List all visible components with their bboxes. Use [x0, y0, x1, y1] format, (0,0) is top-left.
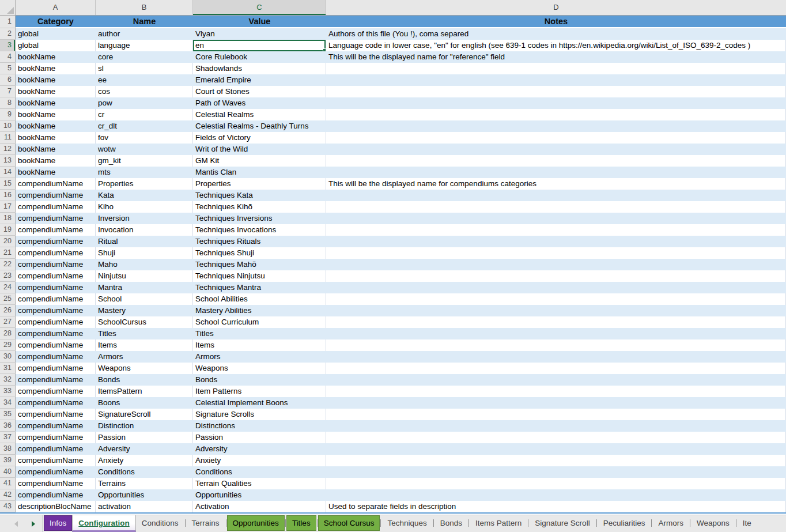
sheet-tab-bonds[interactable]: Bonds [434, 515, 468, 531]
cell-C7[interactable]: Court of Stones [193, 86, 326, 97]
row-header-41[interactable]: 41 [0, 478, 16, 489]
row-header-17[interactable]: 17 [0, 201, 16, 213]
cell-C2[interactable]: Vlyan [193, 28, 326, 40]
row-header-21[interactable]: 21 [0, 247, 16, 259]
row-header-24[interactable]: 24 [0, 282, 16, 293]
cell-A40[interactable]: compendiumName [16, 466, 96, 478]
row-header-34[interactable]: 34 [0, 397, 16, 409]
cell-B6[interactable]: ee [96, 74, 193, 86]
cell-C18[interactable]: Techniques Inversions [193, 213, 326, 224]
cell-C36[interactable]: Distinctions [193, 420, 326, 432]
cell-B2[interactable]: author [96, 28, 193, 40]
cell-C39[interactable]: Anxiety [193, 455, 326, 466]
cell-A21[interactable]: compendiumName [16, 247, 96, 259]
cell-C13[interactable]: GM Kit [193, 155, 326, 167]
cell-A35[interactable]: compendiumName [16, 409, 96, 420]
cell-B5[interactable]: sl [96, 63, 193, 74]
cell-A36[interactable]: compendiumName [16, 420, 96, 432]
cell-A10[interactable]: bookName [16, 120, 96, 132]
cell-D13[interactable] [326, 155, 786, 167]
cell-B37[interactable]: Passion [96, 432, 193, 443]
cell-D34[interactable] [326, 397, 786, 409]
cell-C21[interactable]: Techniques Shuji [193, 247, 326, 259]
cell-C16[interactable]: Techniques Kata [193, 190, 326, 201]
cell-B16[interactable]: Kata [96, 190, 193, 201]
cell-D24[interactable] [326, 282, 786, 293]
cell-D32[interactable] [326, 374, 786, 386]
cell-D36[interactable] [326, 420, 786, 432]
cell-B30[interactable]: Armors [96, 351, 193, 363]
cell-A12[interactable]: bookName [16, 144, 96, 155]
row-header-42[interactable]: 42 [0, 489, 16, 501]
cell-D2[interactable]: Authors of this file (You !), coma separ… [326, 28, 786, 40]
cell-B41[interactable]: Terrains [96, 478, 193, 489]
row-header-10[interactable]: 10 [0, 120, 16, 132]
row-header-9[interactable]: 9 [0, 109, 16, 120]
cell-D35[interactable] [326, 409, 786, 420]
row-header-1[interactable]: 1 [0, 16, 16, 28]
cell-B24[interactable]: Mantra [96, 282, 193, 293]
cell-A13[interactable]: bookName [16, 155, 96, 167]
cell-B10[interactable]: cr_dlt [96, 120, 193, 132]
scroll-tabs-right-button[interactable] [25, 515, 42, 532]
row-header-39[interactable]: 39 [0, 455, 16, 466]
cell-B15[interactable]: Properties [96, 178, 193, 190]
sheet-tab-titles[interactable]: Titles [286, 515, 316, 531]
cell-B31[interactable]: Weapons [96, 363, 193, 374]
cell-C8[interactable]: Path of Waves [193, 97, 326, 109]
cell-B42[interactable]: Opportunities [96, 489, 193, 501]
cell-B36[interactable]: Distinction [96, 420, 193, 432]
sheet-tab-terrains[interactable]: Terrains [186, 515, 225, 531]
row-header-3[interactable]: 3 [0, 40, 16, 51]
cell-D6[interactable] [326, 74, 786, 86]
row-header-35[interactable]: 35 [0, 409, 16, 420]
cell-B25[interactable]: School [96, 293, 193, 305]
row-header-11[interactable]: 11 [0, 132, 16, 144]
cell-A4[interactable]: bookName [16, 51, 96, 63]
cell-C35[interactable]: Signature Scrolls [193, 409, 326, 420]
cell-A20[interactable]: compendiumName [16, 236, 96, 247]
cell-D41[interactable] [326, 478, 786, 489]
cell-C34[interactable]: Celestial Implement Boons [193, 397, 326, 409]
column-header-A[interactable]: A [16, 0, 96, 15]
cell-A18[interactable]: compendiumName [16, 213, 96, 224]
cell-D18[interactable] [326, 213, 786, 224]
cell-A26[interactable]: compendiumName [16, 305, 96, 316]
row-header-20[interactable]: 20 [0, 236, 16, 247]
cell-C17[interactable]: Techniques Kihõ [193, 201, 326, 213]
cell-B20[interactable]: Ritual [96, 236, 193, 247]
scroll-tabs-left-button[interactable] [7, 515, 25, 532]
row-header-40[interactable]: 40 [0, 466, 16, 478]
cell-D4[interactable]: This will be the displayed name for "ref… [326, 51, 786, 63]
sheet-tab-school-cursus[interactable]: School Cursus [318, 515, 380, 531]
cell-B28[interactable]: Titles [96, 328, 193, 339]
cell-A42[interactable]: compendiumName [16, 489, 96, 501]
row-header-7[interactable]: 7 [0, 86, 16, 97]
sheet-tab-signature-scroll[interactable]: Signature Scroll [529, 515, 595, 531]
cell-D22[interactable] [326, 259, 786, 270]
cell-A28[interactable]: compendiumName [16, 328, 96, 339]
cell-B26[interactable]: Mastery [96, 305, 193, 316]
row-header-8[interactable]: 8 [0, 97, 16, 109]
cell-B8[interactable]: pow [96, 97, 193, 109]
sheet-tab-opportunities[interactable]: Opportunities [227, 515, 285, 531]
cell-D29[interactable] [326, 339, 786, 351]
cell-A8[interactable]: bookName [16, 97, 96, 109]
cell-C37[interactable]: Passion [193, 432, 326, 443]
cell-C6[interactable]: Emerald Empire [193, 74, 326, 86]
cell-D20[interactable] [326, 236, 786, 247]
cell-B21[interactable]: Shuji [96, 247, 193, 259]
cell-B39[interactable]: Anxiety [96, 455, 193, 466]
cell-B4[interactable]: core [96, 51, 193, 63]
cell-A17[interactable]: compendiumName [16, 201, 96, 213]
cell-A3[interactable]: global [16, 40, 96, 51]
row-header-13[interactable]: 13 [0, 155, 16, 167]
cell-A14[interactable]: bookName [16, 167, 96, 178]
cell-C14[interactable]: Mantis Clan [193, 167, 326, 178]
cell-A29[interactable]: compendiumName [16, 339, 96, 351]
row-header-29[interactable]: 29 [0, 339, 16, 351]
cell-D27[interactable] [326, 316, 786, 328]
row-header-37[interactable]: 37 [0, 432, 16, 443]
cell-B38[interactable]: Adversity [96, 443, 193, 455]
cell-B29[interactable]: Items [96, 339, 193, 351]
